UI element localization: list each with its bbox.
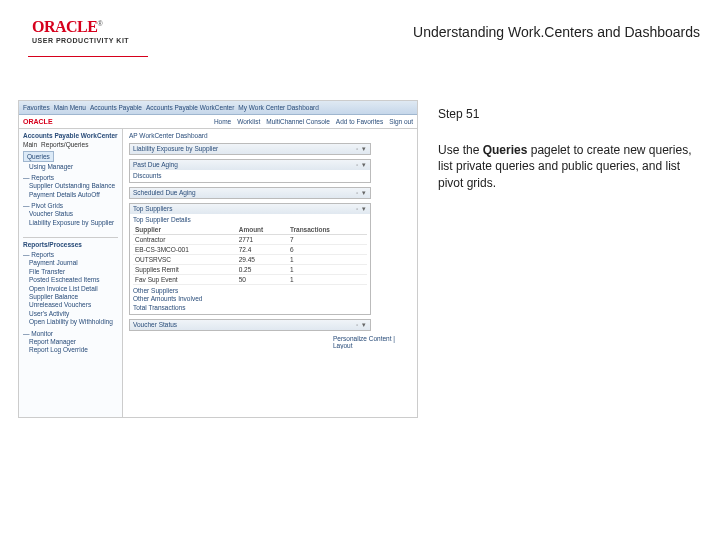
supplier-table: SupplierAmountTransactions Contractor277… [133, 225, 367, 285]
dashboard-title: AP WorkCenter Dashboard [129, 132, 208, 139]
sidebar-block-title: Reports/Processes [23, 241, 118, 248]
sidebar-section: — Monitor [23, 330, 118, 337]
pagelet-controls-icon[interactable]: ◦ ▾ [356, 321, 367, 329]
sidebar-item[interactable]: Payment Journal [23, 259, 118, 267]
sidebar-item[interactable]: Open Liability by Withholding [23, 318, 118, 326]
table-header: Amount [237, 225, 288, 235]
logo-trademark: ® [97, 20, 102, 27]
sidebar-item[interactable]: Using Manager [23, 163, 118, 171]
instruction-text: Use the Queries pagelet to create new qu… [438, 142, 703, 191]
table-row: OUTSRVSC29.451 [133, 254, 367, 264]
sidebar-item[interactable]: Posted Escheated Items [23, 276, 118, 284]
crumb[interactable]: Accounts Payable [90, 104, 142, 111]
table-row: Supplies Remit0.251 [133, 264, 367, 274]
sidebar-item[interactable]: Open Invoice List Detail [23, 285, 118, 293]
nav-link[interactable]: Worklist [237, 118, 260, 125]
logo-area: ORACLE® USER PRODUCTIVITY KIT [32, 18, 129, 44]
crumb[interactable]: Favorites [23, 104, 50, 111]
instruction-panel: Step 51 Use the Queries pagelet to creat… [438, 106, 703, 191]
sidebar-item[interactable]: Supplier Outstanding Balance [23, 182, 118, 190]
pagelet: Voucher Status◦ ▾ [129, 319, 371, 331]
pagelet-controls-icon[interactable]: ◦ ▾ [356, 161, 367, 169]
oracle-nav-links: Home Worklist MultiChannel Console Add t… [214, 118, 413, 125]
pagelet: Past Due Aging◦ ▾ Discounts [129, 159, 371, 183]
pagelet: Top Suppliers◦ ▾ Top Supplier Details Su… [129, 203, 371, 315]
pagelet-subtitle: Other Suppliers [133, 287, 367, 295]
page-header: ORACLE® USER PRODUCTIVITY KIT Understand… [0, 18, 720, 62]
table-row: Contractor27717 [133, 234, 367, 244]
sidebar-title: Accounts Payable WorkCenter [23, 132, 118, 139]
oracle-nav-bar: ORACLE Home Worklist MultiChannel Consol… [19, 115, 417, 129]
pagelet-controls-icon[interactable]: ◦ ▾ [356, 189, 367, 197]
pagelet-title: Voucher Status [133, 321, 177, 329]
sidebar-block-reports-processes: Reports/Processes — Reports Payment Jour… [23, 237, 118, 354]
app-screenshot: Favorites Main Menu Accounts Payable Acc… [18, 100, 418, 418]
logo-subtitle: USER PRODUCTIVITY KIT [32, 37, 129, 44]
nav-link[interactable]: MultiChannel Console [266, 118, 330, 125]
logo-divider [28, 56, 148, 57]
pagelet-title: Past Due Aging [133, 161, 178, 169]
page-title: Understanding Work.Centers and Dashboard… [413, 24, 700, 40]
crumb[interactable]: My Work Center Dashboard [238, 104, 318, 111]
crumb[interactable]: Main Menu [54, 104, 86, 111]
queries-pagelet-header[interactable]: Queries [23, 151, 54, 162]
instruction-bold: Queries [483, 143, 528, 157]
breadcrumb-bar: Favorites Main Menu Accounts Payable Acc… [19, 101, 417, 115]
pagelet-subtitle: Top Supplier Details [133, 216, 367, 224]
sidebar-item[interactable]: Report Log Override [23, 346, 118, 354]
pagelet: Liability Exposure by Supplier◦ ▾ [129, 143, 371, 155]
pagelet-title: Liability Exposure by Supplier [133, 145, 218, 153]
sidebar-item[interactable]: Payment Details AutoOff [23, 191, 118, 199]
sidebar-item[interactable]: File Transfer [23, 268, 118, 276]
pagelet-title: Top Suppliers [133, 205, 172, 213]
nav-link[interactable]: Sign out [389, 118, 413, 125]
sidebar: Accounts Payable WorkCenter Main Reports… [19, 129, 123, 417]
oracle-logo: ORACLE [32, 18, 97, 35]
sidebar-item[interactable]: Liability Exposure by Supplier [23, 219, 118, 227]
pagelet-link[interactable]: Total Transactions [133, 304, 367, 312]
tab-main[interactable]: Main [23, 141, 37, 148]
table-row: EB-CS-3MCO-00172.46 [133, 244, 367, 254]
sidebar-section: — Pivot Grids [23, 202, 118, 209]
table-row: Fav Sup Event501 [133, 274, 367, 284]
nav-link[interactable]: Home [214, 118, 231, 125]
pagelet-controls-icon[interactable]: ◦ ▾ [356, 205, 367, 213]
crumb[interactable]: Accounts Payable WorkCenter [146, 104, 234, 111]
dashboard-main: AP WorkCenter Dashboard Liability Exposu… [123, 129, 417, 417]
step-label: Step 51 [438, 106, 703, 122]
table-header: Transactions [288, 225, 367, 235]
nav-link[interactable]: Add to Favorites [336, 118, 383, 125]
sidebar-item[interactable]: Supplier Balance [23, 293, 118, 301]
pagelet-controls-icon[interactable]: ◦ ▾ [356, 145, 367, 153]
sidebar-section: — Reports [23, 174, 118, 181]
pagelet-title: Scheduled Due Aging [133, 189, 196, 197]
sidebar-item[interactable]: Unreleased Vouchers [23, 301, 118, 309]
pagelet-link[interactable]: Other Amounts Involved [133, 295, 367, 303]
sidebar-item[interactable]: Report Manager [23, 338, 118, 346]
tab-reports-queries[interactable]: Reports/Queries [41, 141, 88, 148]
sidebar-item[interactable]: User's Activity [23, 310, 118, 318]
pagelet: Scheduled Due Aging◦ ▾ [129, 187, 371, 199]
table-header: Supplier [133, 225, 237, 235]
content-area: Favorites Main Menu Accounts Payable Acc… [18, 100, 702, 418]
sidebar-section: — Reports [23, 251, 118, 258]
personalize-link[interactable]: Personalize Content | Layout [333, 335, 395, 349]
sidebar-item[interactable]: Voucher Status [23, 210, 118, 218]
oracle-nav-logo: ORACLE [23, 118, 53, 125]
pagelet-link[interactable]: Discounts [133, 172, 367, 180]
